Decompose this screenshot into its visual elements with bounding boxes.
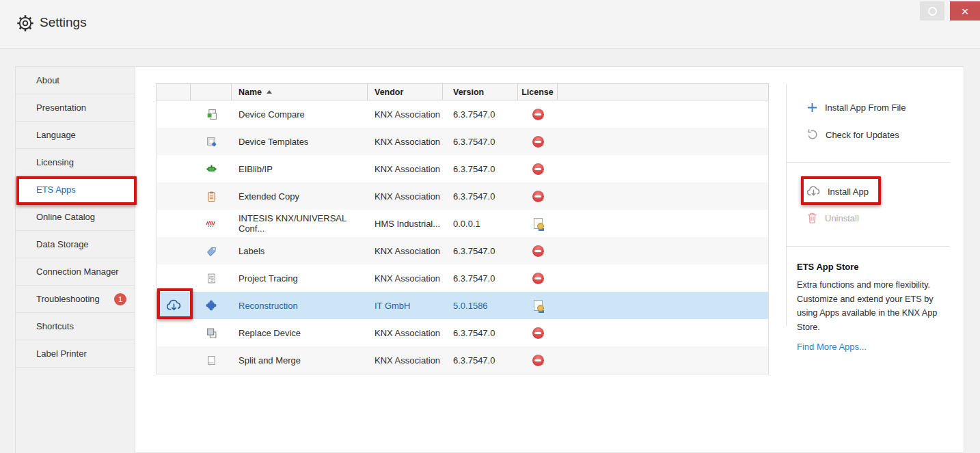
project-tracing-icon xyxy=(206,273,217,284)
version-cell: 6.3.7547.0 xyxy=(443,264,518,292)
header-vendor[interactable]: Vendor xyxy=(368,84,443,100)
check-for-updates-button[interactable]: Check for Updates xyxy=(806,126,899,143)
license-cell xyxy=(518,100,558,128)
vendor-cell: KNX Association xyxy=(368,237,443,264)
version-cell: 6.3.7547.0 xyxy=(443,128,518,155)
vendor-cell: KNX Association xyxy=(368,128,443,155)
update-available-cloud-download-icon[interactable] xyxy=(166,299,182,313)
sidebar-item-data-storage[interactable]: Data Storage xyxy=(16,231,135,258)
sidebar-item-troubleshooting[interactable]: Troubleshooting 1 xyxy=(16,286,135,313)
license-certificate-icon xyxy=(534,218,543,229)
license-cell xyxy=(518,182,558,210)
filler-cell xyxy=(558,100,768,128)
table-row-project-tracing[interactable]: Project Tracing KNX Association 6.3.7547… xyxy=(156,264,768,292)
app-icon-cell xyxy=(191,210,232,237)
device-templates-icon xyxy=(206,136,217,148)
label-tag-icon xyxy=(206,245,217,257)
update-cell xyxy=(156,346,191,374)
table-row-reconstruction[interactable]: Reconstruction IT GmbH 5.0.1586 xyxy=(156,292,768,319)
header-icon-column[interactable] xyxy=(191,84,232,100)
table-row-extended-copy[interactable]: Extended Copy KNX Association 6.3.7547.0 xyxy=(156,182,768,210)
intesis-logo-icon xyxy=(204,219,218,228)
filler-cell xyxy=(558,292,768,319)
table-row-intesis[interactable]: INTESIS KNX/UNIVERSAL Conf... HMS Indust… xyxy=(156,210,768,237)
name-cell: Labels xyxy=(232,237,368,264)
uninstall-label: Uninstall xyxy=(825,213,859,223)
app-icon-cell xyxy=(191,182,232,210)
app-store-title: ETS App Store xyxy=(797,262,954,272)
sidebar-item-about[interactable]: About xyxy=(16,67,135,94)
sidebar-item-online-catalog[interactable]: Online Catalog xyxy=(16,204,135,231)
vendor-cell: KNX Association xyxy=(368,264,443,292)
license-blocked-icon xyxy=(532,191,544,202)
sort-ascending-icon xyxy=(267,90,272,94)
license-cell xyxy=(518,319,558,346)
header-name[interactable]: Name xyxy=(232,84,368,100)
sidebar-item-shortcuts[interactable]: Shortcuts xyxy=(16,313,135,340)
app-icon-cell xyxy=(191,128,232,155)
table-row-split-and-merge[interactable]: Split and Merge KNX Association 6.3.7547… xyxy=(156,346,768,374)
check-for-updates-label: Check for Updates xyxy=(826,130,899,140)
app-icon-cell xyxy=(191,319,232,346)
license-blocked-icon xyxy=(532,273,544,284)
license-blocked-icon xyxy=(532,355,544,366)
sidebar-item-licensing[interactable]: Licensing xyxy=(16,149,135,176)
table-row-device-templates[interactable]: Device Templates KNX Association 6.3.754… xyxy=(156,128,768,155)
name-cell: Extended Copy xyxy=(232,182,368,210)
table-body: Device Compare KNX Association 6.3.7547.… xyxy=(156,100,769,374)
header-name-label: Name xyxy=(239,87,262,97)
sidebar-item-language[interactable]: Language xyxy=(16,122,135,149)
panel-divider-2 xyxy=(786,246,950,247)
vendor-cell: KNX Association xyxy=(368,182,443,210)
name-cell: Device Templates xyxy=(232,128,368,155)
update-cell xyxy=(156,100,191,128)
filler-cell xyxy=(558,182,768,210)
install-app-button[interactable]: Install App xyxy=(806,183,869,200)
license-cell xyxy=(518,292,558,319)
update-cell xyxy=(156,264,191,292)
vendor-cell: KNX Association xyxy=(368,155,443,182)
titlebar: Settings × xyxy=(0,0,980,49)
table-row-eiblib-ip[interactable]: EIBlib/IP KNX Association 6.3.7547.0 xyxy=(156,155,768,182)
version-cell: 5.0.1586 xyxy=(443,292,518,319)
name-cell: Split and Merge xyxy=(232,346,368,374)
app-icon-cell xyxy=(191,155,232,182)
install-app-from-file-button[interactable]: Install App From File xyxy=(806,99,906,115)
license-blocked-icon xyxy=(532,136,544,148)
license-cell xyxy=(518,128,558,155)
table-row-labels[interactable]: Labels KNX Association 6.3.7547.0 xyxy=(156,237,768,264)
vendor-cell: KNX Association xyxy=(368,100,443,128)
circle-icon xyxy=(928,7,937,16)
license-certificate-icon xyxy=(534,300,543,311)
window-close-button[interactable]: × xyxy=(950,1,980,20)
table-row-replace-device[interactable]: Replace Device KNX Association 6.3.7547.… xyxy=(156,319,768,346)
update-cell xyxy=(156,237,191,264)
sidebar-item-ets-apps[interactable]: ETS Apps xyxy=(16,176,135,204)
window-circle-button[interactable] xyxy=(920,1,944,20)
find-more-apps-link[interactable]: Find More Apps... xyxy=(797,342,867,352)
name-cell: EIBlib/IP xyxy=(232,155,368,182)
sidebar-item-connection-manager[interactable]: Connection Manager xyxy=(16,258,135,286)
version-cell: 6.3.7547.0 xyxy=(443,237,518,264)
update-cell xyxy=(156,319,191,346)
uninstall-button[interactable]: Uninstall xyxy=(806,210,859,226)
sidebar-item-presentation[interactable]: Presentation xyxy=(16,94,135,122)
install-app-label: Install App xyxy=(828,187,869,197)
name-cell: Reconstruction xyxy=(232,292,368,319)
header-update-column[interactable] xyxy=(156,84,191,100)
version-cell: 0.0.0.1 xyxy=(443,210,518,237)
header-license[interactable]: License xyxy=(518,84,558,100)
table-row-device-compare[interactable]: Device Compare KNX Association 6.3.7547.… xyxy=(156,100,768,128)
eiblib-ip-icon xyxy=(206,163,217,175)
sidebar-item-label-printer[interactable]: Label Printer xyxy=(16,340,135,368)
sidebar-item-label: Troubleshooting xyxy=(36,294,100,304)
refresh-icon xyxy=(806,128,819,141)
update-cell xyxy=(156,210,191,237)
vendor-cell: HMS Industrial... xyxy=(368,210,443,237)
license-cell xyxy=(518,264,558,292)
header-version[interactable]: Version xyxy=(443,84,518,100)
app-icon-cell xyxy=(191,100,232,128)
name-cell: Replace Device xyxy=(232,319,368,346)
panel-divider-1 xyxy=(786,162,950,163)
panel-divider-vertical xyxy=(786,83,787,327)
